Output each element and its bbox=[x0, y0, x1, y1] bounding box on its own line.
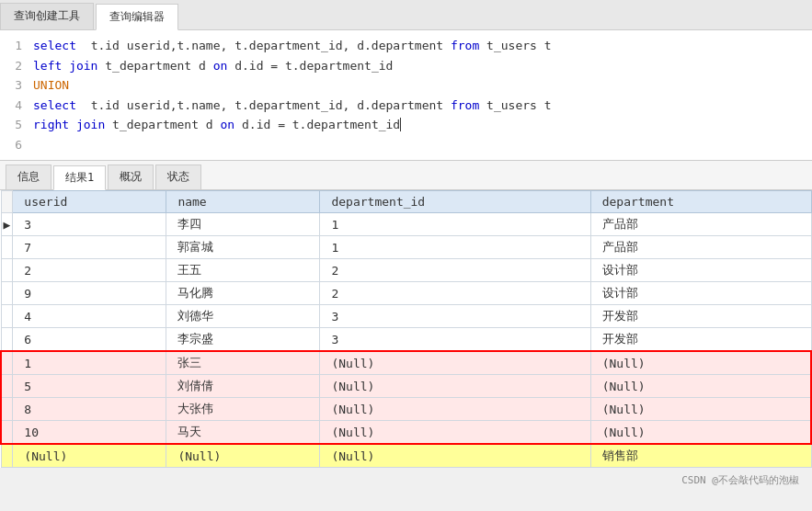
row-indicator bbox=[1, 328, 13, 352]
cell-userid: 5 bbox=[13, 375, 166, 398]
cell-name: 刘德华 bbox=[166, 305, 320, 328]
cell-dept: 开发部 bbox=[590, 305, 811, 328]
line-number: 5 bbox=[0, 116, 33, 134]
cell-name: 马天 bbox=[166, 421, 320, 445]
cell-dept: (Null) bbox=[590, 351, 811, 375]
table-row: 1 张三 (Null) (Null) bbox=[1, 351, 811, 375]
cell-dept: 销售部 bbox=[590, 444, 811, 468]
cell-userid: 7 bbox=[13, 236, 166, 259]
cell-userid: (Null) bbox=[13, 444, 166, 468]
line-number: 3 bbox=[0, 76, 33, 95]
table-row: 2 王五 2 设计部 bbox=[1, 259, 811, 282]
line-text: UNION bbox=[33, 76, 69, 95]
cell-name: 王五 bbox=[166, 259, 320, 282]
cell-dept: (Null) bbox=[590, 375, 811, 398]
line-text: left join t_department d on d.id = t.dep… bbox=[33, 57, 393, 75]
cell-dept-id: (Null) bbox=[320, 351, 590, 375]
cell-name: (Null) bbox=[166, 444, 320, 468]
line-number: 1 bbox=[0, 37, 33, 55]
cell-dept-id: 1 bbox=[320, 213, 590, 236]
row-indicator bbox=[1, 282, 13, 305]
table-row: 9 马化腾 2 设计部 bbox=[1, 282, 811, 305]
table-row: 8 大张伟 (Null) (Null) bbox=[1, 398, 811, 421]
line-number: 6 bbox=[0, 136, 33, 154]
tab-query-creator[interactable]: 查询创建工具 bbox=[0, 3, 94, 29]
code-line-6: 6 bbox=[0, 135, 812, 155]
tab-overview[interactable]: 概况 bbox=[108, 165, 154, 189]
footer: CSDN @不会敲代码的泡椒 bbox=[0, 468, 812, 493]
line-text: right join t_department d on d.id = t.de… bbox=[33, 116, 408, 134]
tab-query-editor[interactable]: 查询编辑器 bbox=[96, 4, 178, 30]
cell-dept: 产品部 bbox=[590, 236, 811, 259]
cell-userid: 1 bbox=[13, 351, 166, 375]
cell-userid: 3 bbox=[13, 213, 166, 236]
cell-dept-id: (Null) bbox=[320, 398, 590, 421]
indicator-header bbox=[1, 191, 13, 213]
cell-name: 大张伟 bbox=[166, 398, 320, 421]
row-indicator bbox=[1, 351, 13, 375]
code-line-1: 1 select t.id userid,t.name, t.departmen… bbox=[0, 36, 812, 56]
table-row: 6 李宗盛 3 开发部 bbox=[1, 328, 811, 352]
cell-dept-id: (Null) bbox=[320, 421, 590, 445]
cell-name: 李宗盛 bbox=[166, 328, 320, 352]
cell-userid: 6 bbox=[13, 328, 166, 352]
table-row: ▶ 3 李四 1 产品部 bbox=[1, 213, 811, 236]
col-userid: userid bbox=[13, 191, 166, 213]
col-dept-id: department_id bbox=[320, 191, 590, 213]
code-line-3: 3 UNION bbox=[0, 75, 812, 96]
cell-name: 刘倩倩 bbox=[166, 375, 320, 398]
code-line-5: 5 right join t_department d on d.id = t.… bbox=[0, 115, 812, 135]
cell-name: 马化腾 bbox=[166, 282, 320, 305]
tab-result1[interactable]: 结果1 bbox=[53, 165, 106, 190]
row-indicator bbox=[1, 236, 13, 259]
table-row: 5 刘倩倩 (Null) (Null) bbox=[1, 375, 811, 398]
cell-userid: 10 bbox=[13, 421, 166, 445]
code-line-2: 2 left join t_department d on d.id = t.d… bbox=[0, 56, 812, 76]
cell-dept-id: (Null) bbox=[320, 444, 590, 468]
tab-info[interactable]: 信息 bbox=[6, 165, 51, 189]
cell-dept: 设计部 bbox=[590, 282, 811, 305]
cell-userid: 9 bbox=[13, 282, 166, 305]
cell-dept: 开发部 bbox=[590, 328, 811, 352]
row-indicator bbox=[1, 375, 13, 398]
row-indicator bbox=[1, 421, 13, 445]
results-table: userid name department_id department ▶ 3… bbox=[0, 190, 812, 468]
cell-dept-id: (Null) bbox=[320, 375, 590, 398]
line-text: select t.id userid,t.name, t.department_… bbox=[33, 37, 552, 55]
table-row: 4 刘德华 3 开发部 bbox=[1, 305, 811, 328]
footer-text: CSDN @不会敲代码的泡椒 bbox=[681, 474, 799, 486]
row-indicator bbox=[1, 398, 13, 421]
col-dept: department bbox=[590, 191, 811, 213]
top-tab-bar: 查询创建工具 查询编辑器 bbox=[0, 0, 812, 30]
cell-userid: 4 bbox=[13, 305, 166, 328]
cell-dept: 产品部 bbox=[590, 213, 811, 236]
cell-dept-id: 2 bbox=[320, 282, 590, 305]
col-name: name bbox=[166, 191, 320, 213]
cell-name: 郭富城 bbox=[166, 236, 320, 259]
row-indicator bbox=[1, 444, 13, 468]
line-text: select t.id userid,t.name, t.department_… bbox=[33, 97, 552, 115]
table-row: (Null) (Null) (Null) 销售部 bbox=[1, 444, 811, 468]
cell-dept: 设计部 bbox=[590, 259, 811, 282]
result-tab-bar: 信息 结果1 概况 状态 bbox=[0, 161, 812, 190]
cell-userid: 8 bbox=[13, 398, 166, 421]
tab-status[interactable]: 状态 bbox=[155, 165, 201, 189]
cell-name: 李四 bbox=[166, 213, 320, 236]
row-indicator: ▶ bbox=[1, 213, 13, 236]
cell-dept-id: 3 bbox=[320, 305, 590, 328]
cell-dept-id: 2 bbox=[320, 259, 590, 282]
code-line-4: 4 select t.id userid,t.name, t.departmen… bbox=[0, 96, 812, 116]
cell-dept: (Null) bbox=[590, 421, 811, 445]
cell-userid: 2 bbox=[13, 259, 166, 282]
table-row: 7 郭富城 1 产品部 bbox=[1, 236, 811, 259]
cell-name: 张三 bbox=[166, 351, 320, 375]
results-area: userid name department_id department ▶ 3… bbox=[0, 190, 812, 468]
code-editor: 1 select t.id userid,t.name, t.departmen… bbox=[0, 30, 812, 161]
row-indicator bbox=[1, 305, 13, 328]
table-row: 10 马天 (Null) (Null) bbox=[1, 421, 811, 445]
cell-dept: (Null) bbox=[590, 398, 811, 421]
row-indicator bbox=[1, 259, 13, 282]
cell-dept-id: 3 bbox=[320, 328, 590, 352]
line-number: 2 bbox=[0, 57, 33, 75]
cell-dept-id: 1 bbox=[320, 236, 590, 259]
